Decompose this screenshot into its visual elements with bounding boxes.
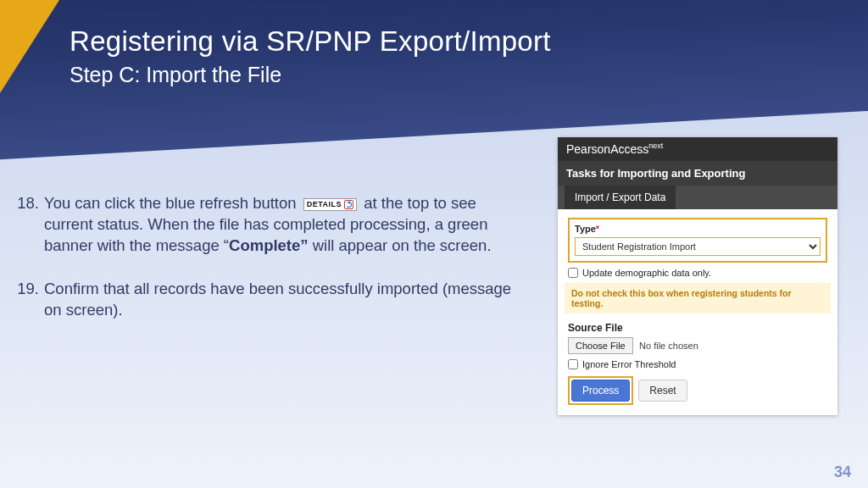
pearson-tab-row: Import / Export Data (558, 186, 837, 209)
file-picker-row: Choose File No file chosen (568, 337, 827, 354)
body-text: 18. You can click the blue refresh butto… (15, 193, 524, 343)
ignore-error-checkbox[interactable]: Ignore Error Threshold (568, 359, 827, 369)
slide: Registering via SR/PNP Export/Import Ste… (0, 0, 868, 488)
step-text: You can click the blue refresh button DE… (44, 193, 524, 257)
warning-banner: Do not check this box when registering s… (565, 283, 831, 313)
step-number: 18. (15, 193, 44, 257)
pearson-form: Type* Student Registration Import Update… (558, 209, 837, 415)
pearson-subtitle: Tasks for Importing and Exporting (558, 161, 837, 186)
refresh-icon (344, 200, 353, 209)
process-highlight: Process (568, 376, 633, 405)
update-demographic-input[interactable] (568, 268, 578, 278)
update-demographic-checkbox[interactable]: Update demographic data only. (568, 268, 827, 278)
no-file-chosen: No file chosen (639, 341, 698, 351)
title-block: Registering via SR/PNP Export/Import Ste… (70, 25, 551, 87)
details-refresh-button[interactable]: DETAILS (303, 198, 357, 211)
step-18: 18. You can click the blue refresh butto… (15, 193, 524, 257)
type-label: Type* (575, 224, 599, 234)
slide-title: Registering via SR/PNP Export/Import (70, 25, 551, 58)
process-button[interactable]: Process (571, 380, 630, 402)
type-select[interactable]: Student Registration Import (575, 237, 821, 256)
pearson-brand-bar: PearsonAccessnext (558, 137, 837, 161)
slide-subtitle: Step C: Import the File (70, 63, 551, 87)
button-row: Process Reset (568, 376, 827, 405)
ignore-error-input[interactable] (568, 359, 578, 369)
type-field-highlight: Type* Student Registration Import (568, 218, 827, 263)
choose-file-button[interactable]: Choose File (568, 337, 633, 354)
pearson-panel: PearsonAccessnext Tasks for Importing an… (558, 137, 837, 415)
step-number: 19. (15, 279, 44, 321)
page-number: 34 (834, 463, 851, 481)
tab-import-export[interactable]: Import / Export Data (565, 186, 676, 209)
source-file-label: Source File (568, 322, 827, 334)
reset-button[interactable]: Reset (638, 380, 687, 402)
gold-corner (0, 0, 59, 93)
step-19: 19. Confirm that all records have been s… (15, 279, 524, 321)
step-text: Confirm that all records have been succe… (44, 279, 524, 321)
